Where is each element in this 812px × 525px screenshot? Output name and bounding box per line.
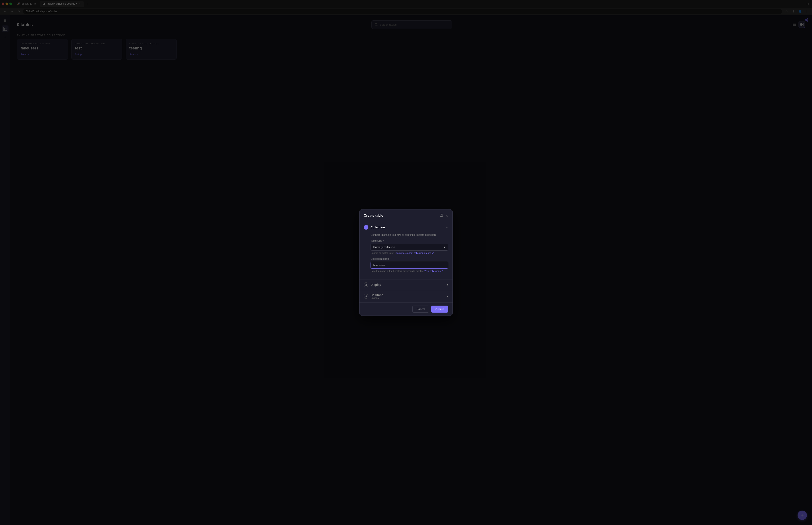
section-title-display: Display (371, 283, 381, 286)
collection-name-label: Collection name * (371, 257, 448, 260)
modal-section-collection-content: Connect this table to a new or existing … (359, 232, 453, 279)
modal-header: Create table ✕ (359, 209, 453, 222)
modal-overlay: Create table ✕ 1 Collection (0, 0, 812, 525)
section-title-collection: Collection (371, 226, 385, 229)
section-title-columns-wrap: Columns Optional (371, 293, 383, 299)
section-title-columns: Columns (371, 293, 383, 297)
collection-name-hint: Type the name of the Firestore collectio… (371, 270, 448, 272)
cancel-button[interactable]: Cancel (412, 305, 429, 313)
collection-groups-link[interactable]: Learn more about collection groups ↗ (395, 252, 434, 254)
step-badge-3: 3 (364, 294, 368, 299)
optional-label: Optional (371, 297, 383, 299)
table-type-label: Table type * (371, 239, 448, 242)
modal-section-columns: 3 Columns Optional ▾ (359, 290, 453, 302)
your-collections-link[interactable]: Your collections ↗ (424, 270, 443, 272)
create-button[interactable]: Create (431, 305, 448, 313)
table-type-select[interactable]: Primary collection ▾ (371, 244, 448, 251)
table-type-field: Table type * Primary collection ▾ Cannot… (371, 239, 448, 254)
modal-section-display-header[interactable]: 2 Display ▾ (359, 280, 453, 290)
modal-section-columns-header[interactable]: 3 Columns Optional ▾ (359, 290, 453, 302)
chevron-down-icon: ▾ (444, 245, 445, 249)
section-desc-collection: Connect this table to a new or existing … (371, 234, 448, 236)
collection-name-input[interactable] (371, 262, 448, 269)
chevron-up-icon: ▲ (446, 226, 448, 229)
modal-section-collection-header[interactable]: 1 Collection ▲ (359, 222, 453, 232)
create-table-modal: Create table ✕ 1 Collection (359, 209, 453, 316)
modal-share-icon[interactable] (440, 213, 443, 218)
modal-section-columns-left: 3 Columns Optional (364, 293, 383, 299)
modal-body: 1 Collection ▲ Connect this table to a n… (359, 222, 453, 302)
modal-close-button[interactable]: ✕ (445, 214, 448, 218)
step-badge-2: 2 (364, 283, 368, 287)
modal-footer: Cancel Create (359, 302, 453, 316)
modal-title: Create table (364, 214, 383, 217)
step-badge-1: 1 (364, 225, 368, 230)
modal-section-collection: 1 Collection ▲ Connect this table to a n… (359, 222, 453, 280)
collection-name-field: Collection name * Type the name of the F… (371, 257, 448, 272)
table-type-hint: Cannot be edited later. Learn more about… (371, 252, 448, 254)
modal-section-display: 2 Display ▾ (359, 280, 453, 290)
chevron-down-display-icon: ▾ (447, 283, 448, 286)
modal-header-actions: ✕ (440, 213, 448, 218)
modal-section-display-left: 2 Display (364, 283, 381, 287)
modal-section-collection-left: 1 Collection (364, 225, 385, 230)
chevron-down-columns-icon: ▾ (447, 295, 448, 298)
